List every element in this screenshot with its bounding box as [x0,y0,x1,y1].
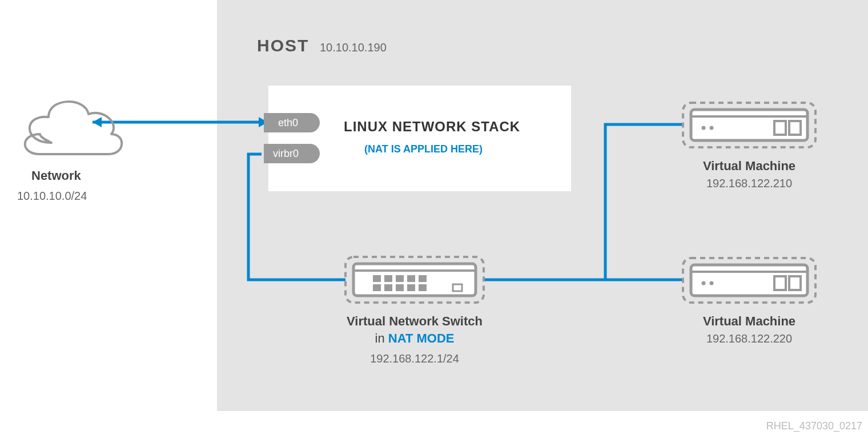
linux-stack-title: LINUX NETWORK STACK [344,119,520,134]
svg-rect-20 [407,284,415,291]
svg-rect-19 [396,284,404,291]
host-title: HOST [257,36,309,55]
svg-rect-21 [419,284,427,291]
svg-marker-1 [93,117,102,127]
svg-rect-17 [373,284,381,291]
svg-rect-18 [384,284,392,291]
svg-text:eth0: eth0 [278,117,298,128]
vswitch-ip: 192.168.122.1/24 [370,352,459,365]
vswitch-title: Virtual Network Switch [347,314,483,328]
svg-text:virbr0: virbr0 [273,148,299,159]
svg-point-26 [702,126,706,130]
host-panel [217,0,868,411]
host-ip: 10.10.10.190 [320,41,387,54]
vm2-title: Virtual Machine [703,314,795,328]
svg-rect-14 [396,275,404,282]
cloud-icon [25,102,122,154]
vm1-title: Virtual Machine [703,159,795,173]
svg-point-33 [702,281,706,285]
linux-stack-note: (NAT IS APPLIED HERE) [364,143,483,155]
svg-rect-15 [407,275,415,282]
network-subnet: 10.10.10.0/24 [17,190,87,202]
network-diagram: HOST 10.10.10.190 Network 10.10.10.0/24 … [0,0,868,435]
vm1-ip: 192.168.122.210 [706,177,792,190]
svg-rect-13 [384,275,392,282]
interface-virbr0: virbr0 [264,144,320,163]
linux-stack-card [268,86,571,191]
svg-rect-12 [373,275,381,282]
figure-marker: RHEL_437030_0217 [766,420,862,432]
svg-rect-4 [264,113,275,132]
svg-point-27 [710,126,714,130]
vm2-device-icon [683,258,815,303]
vm1-device-icon [683,103,815,147]
svg-point-34 [710,281,714,285]
vswitch-mode-line: in NAT MODE [375,331,455,345]
vswitch-device-icon [345,257,484,303]
vm2-ip: 192.168.122.220 [706,332,792,345]
svg-rect-16 [419,275,427,282]
network-title: Network [31,168,82,183]
interface-eth0: eth0 [264,113,320,132]
